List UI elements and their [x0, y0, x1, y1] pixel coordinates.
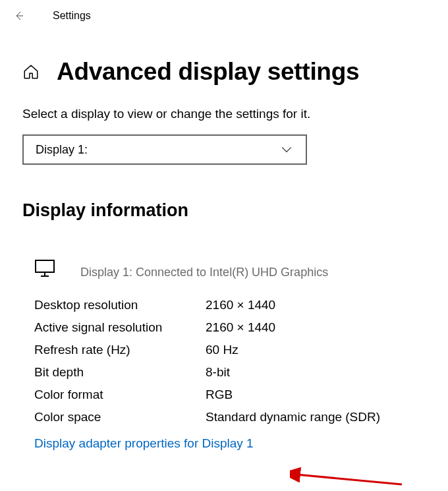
svg-rect-0 [36, 260, 54, 272]
select-display-prompt: Select a display to view or change the s… [22, 107, 426, 121]
spec-value: 2160 × 1440 [206, 320, 275, 335]
spec-row-bit-depth: Bit depth 8-bit [34, 365, 426, 380]
display-connection-text: Display 1: Connected to Intel(R) UHD Gra… [80, 256, 328, 279]
spec-row-color-space: Color space Standard dynamic range (SDR) [34, 410, 426, 424]
display-selector-dropdown[interactable]: Display 1: [22, 134, 307, 165]
back-button[interactable] [12, 9, 25, 22]
spec-label: Desktop resolution [34, 298, 206, 312]
dropdown-selected-label: Display 1: [36, 143, 88, 157]
display-specs: Desktop resolution 2160 × 1440 Active si… [22, 298, 426, 424]
spec-row-desktop-resolution: Desktop resolution 2160 × 1440 [34, 298, 426, 312]
svg-line-4 [296, 475, 402, 484]
spec-label: Bit depth [34, 365, 206, 380]
display-adapter-properties-link[interactable]: Display adapter properties for Display 1 [34, 436, 254, 450]
display-connection-row: Display 1: Connected to Intel(R) UHD Gra… [22, 256, 426, 279]
display-information-heading: Display information [22, 200, 426, 221]
home-button[interactable] [22, 63, 40, 80]
heading-row: Advanced display settings [22, 58, 426, 86]
title-bar: Settings [0, 0, 448, 32]
spec-value: 8-bit [206, 365, 230, 380]
spec-row-active-signal: Active signal resolution 2160 × 1440 [34, 320, 426, 335]
spec-label: Color format [34, 388, 206, 402]
monitor-icon [34, 258, 55, 279]
chevron-down-icon [281, 144, 293, 156]
arrow-left-icon [13, 11, 24, 21]
spec-value: RGB [206, 388, 233, 402]
spec-value: Standard dynamic range (SDR) [206, 410, 380, 424]
spec-label: Active signal resolution [34, 320, 206, 335]
spec-value: 60 Hz [206, 343, 238, 357]
spec-value: 2160 × 1440 [206, 298, 275, 312]
app-title: Settings [53, 10, 91, 22]
spec-label: Refresh rate (Hz) [34, 343, 206, 357]
spec-label: Color space [34, 410, 206, 424]
annotation-arrow [290, 448, 408, 488]
page-title: Advanced display settings [57, 58, 359, 86]
spec-row-color-format: Color format RGB [34, 388, 426, 402]
home-icon [22, 63, 40, 80]
spec-row-refresh-rate: Refresh rate (Hz) 60 Hz [34, 343, 426, 357]
